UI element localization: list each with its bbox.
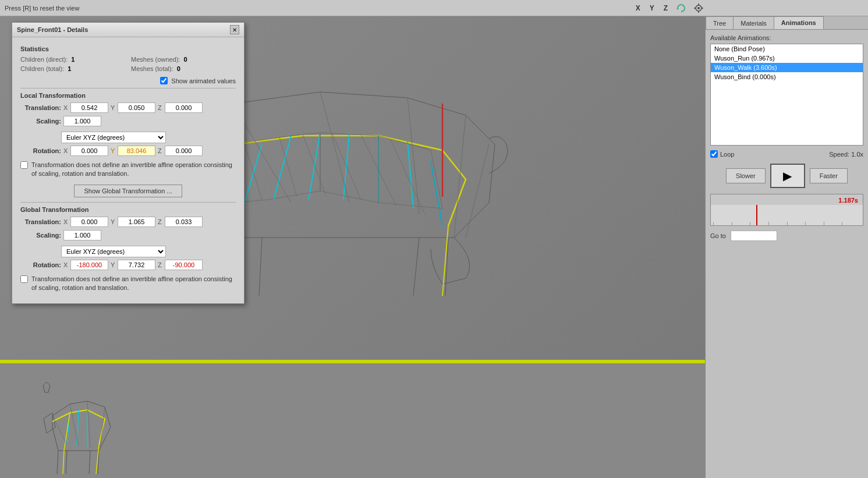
timeline[interactable]: 1.187s — [710, 194, 863, 226]
show-animated-checkbox[interactable] — [160, 77, 168, 84]
slower-button[interactable]: Slower — [726, 168, 766, 183]
viewport[interactable]: Spine_Front01 - Details ✕ Statistics Chi… — [0, 16, 705, 478]
global-ry-axis: Y — [111, 261, 116, 268]
viewport-bottom[interactable] — [0, 362, 705, 478]
global-scaling-label: Scaling: — [20, 232, 61, 239]
global-scaling-row: Scaling: — [20, 230, 236, 240]
local-tz-input[interactable] — [165, 102, 203, 113]
timeline-ticks — [711, 217, 863, 225]
local-rx-input[interactable] — [70, 146, 108, 156]
local-ty-input[interactable] — [118, 102, 155, 113]
dialog-title-bar[interactable]: Spine_Front01 - Details ✕ — [12, 23, 244, 37]
viewport-main[interactable]: Spine_Front01 - Details ✕ Statistics Chi… — [0, 16, 705, 362]
available-animations-label: Available Animations: — [710, 34, 863, 41]
global-tz-input[interactable] — [165, 217, 203, 227]
local-divider — [20, 88, 236, 88]
goto-input[interactable] — [731, 231, 777, 241]
z-axis-label: Z — [661, 3, 670, 13]
rotate-icon[interactable] — [675, 2, 688, 15]
camera-icon[interactable] — [692, 2, 705, 15]
svg-line-44 — [57, 451, 58, 474]
tab-animations[interactable]: Animations — [774, 16, 824, 29]
goto-label: Go to — [710, 232, 726, 239]
local-rotation-label: Rotation: — [20, 147, 61, 154]
global-ry-input[interactable] — [118, 260, 155, 270]
statistics-section-label: Statistics — [20, 45, 236, 52]
faster-button[interactable]: Faster — [810, 168, 848, 183]
show-animated-label[interactable]: Show animated values — [171, 77, 236, 84]
local-ry-field: Y — [111, 146, 155, 156]
meshes-owned-label: Meshes (owned): — [131, 56, 180, 63]
local-ty-field: Y — [111, 102, 155, 113]
tab-tree[interactable]: Tree — [706, 16, 734, 29]
local-ry-input[interactable] — [118, 146, 155, 156]
local-scaling-label: Scaling: — [20, 118, 61, 125]
y-axis-label: Y — [647, 3, 657, 13]
global-warning-checkbox[interactable] — [20, 275, 28, 283]
global-ry-field: Y — [111, 260, 155, 270]
local-tx-field: X — [63, 102, 108, 113]
main-area: Spine_Front01 - Details ✕ Statistics Chi… — [0, 16, 868, 478]
global-scaling-input[interactable] — [63, 230, 101, 240]
local-scaling-row: Scaling: — [20, 116, 236, 126]
show-global-button[interactable]: Show Global Transformation ... — [74, 185, 182, 197]
svg-marker-0 — [676, 7, 679, 9]
children-direct-label: Children (direct): — [20, 56, 68, 63]
tab-materials[interactable]: Materials — [733, 16, 774, 29]
svg-line-52 — [63, 451, 64, 474]
local-rz-input[interactable] — [165, 146, 203, 156]
global-tx-axis: X — [63, 218, 69, 225]
svg-line-20 — [431, 162, 442, 226]
local-warning-checkbox[interactable] — [20, 161, 28, 169]
global-warning-row: Transformation does not define an invert… — [20, 274, 236, 294]
local-scaling-input[interactable] — [63, 116, 101, 126]
svg-line-19 — [408, 141, 413, 208]
global-rz-input[interactable] — [165, 260, 203, 270]
global-tx-field: X — [63, 217, 108, 227]
statistics-grid: Children (direct): 1 Meshes (owned): 0 C… — [20, 56, 236, 72]
animation-item-0[interactable]: None (Bind Pose) — [711, 44, 863, 54]
local-tz-axis: Z — [158, 104, 164, 111]
x-axis-label: X — [633, 3, 643, 13]
local-rotation-type-select[interactable]: Euler XYZ (degrees) — [61, 132, 166, 143]
svg-line-12 — [413, 238, 419, 296]
loop-speed-row: Loop Speed: 1.0x — [710, 150, 863, 158]
global-tx-input[interactable] — [70, 217, 108, 227]
local-rx-field: X — [63, 146, 108, 156]
svg-line-31 — [320, 92, 349, 203]
children-total-value: 1 — [68, 65, 71, 72]
global-rotation-label: Rotation: — [20, 261, 61, 268]
animation-item-2[interactable]: Wuson_Walk (3.600s) — [711, 63, 863, 72]
svg-marker-58 — [43, 382, 50, 392]
tick-6 — [805, 222, 824, 225]
loop-checkbox[interactable] — [710, 150, 718, 158]
global-rotation-type-select[interactable]: Euler XYZ (degrees) — [61, 246, 166, 257]
dialog-close-button[interactable]: ✕ — [230, 25, 239, 34]
local-tx-input[interactable] — [70, 102, 108, 113]
global-ty-axis: Y — [111, 218, 116, 225]
loop-label[interactable]: Loop — [720, 151, 734, 158]
animation-item-3[interactable]: Wuson_Bind (0.000s) — [711, 72, 863, 82]
local-rz-field: Z — [158, 146, 203, 156]
global-ty-input[interactable] — [118, 217, 155, 227]
dialog-title: Spine_Front01 - Details — [17, 26, 88, 33]
svg-marker-43 — [44, 413, 55, 433]
right-panel-tabs: Tree Materials Animations — [706, 16, 868, 30]
local-rotation-type-row: Euler XYZ (degrees) — [20, 129, 236, 146]
dialog-body: Statistics Children (direct): 1 Meshes (… — [12, 37, 244, 303]
local-rz-axis: Z — [158, 147, 164, 154]
tick-5 — [787, 222, 806, 225]
timeline-bar[interactable] — [711, 205, 863, 225]
global-translation-label: Translation: — [20, 218, 61, 225]
local-tx-axis: X — [63, 104, 69, 111]
play-button[interactable]: ▶ — [770, 164, 805, 188]
local-warning-row: Transformation does not define an invert… — [20, 160, 236, 180]
children-direct-value: 1 — [71, 56, 75, 63]
global-rz-field: Z — [158, 260, 203, 270]
animations-list[interactable]: None (Bind Pose)Wuson_Run (0.967s)Wuson_… — [710, 44, 863, 146]
children-total-row: Children (total): 1 — [20, 65, 125, 72]
global-rx-input[interactable] — [70, 260, 108, 270]
animation-item-1[interactable]: Wuson_Run (0.967s) — [711, 54, 863, 63]
global-rz-axis: Z — [158, 261, 164, 268]
tick-1 — [713, 222, 732, 225]
